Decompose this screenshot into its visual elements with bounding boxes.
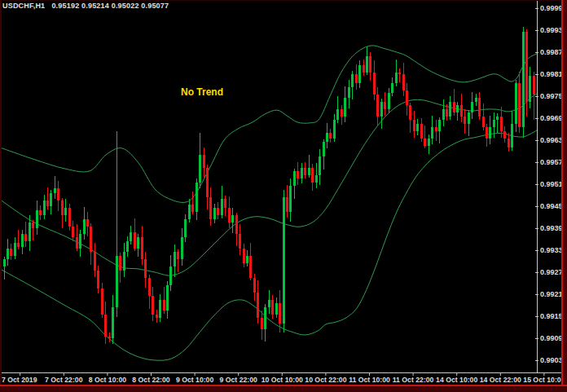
- candle-body: [163, 300, 165, 311]
- time-axis-label: 9 Oct 22:00: [220, 376, 258, 384]
- candle-body: [391, 83, 393, 92]
- candle-body: [304, 168, 306, 175]
- candle-body: [68, 208, 71, 227]
- candle-body: [406, 90, 408, 105]
- candle-body: [311, 168, 314, 183]
- candle-body: [384, 102, 386, 109]
- candle-body: [326, 133, 328, 142]
- candle-body: [358, 65, 361, 84]
- candle-body: [351, 74, 354, 87]
- candle-body: [246, 256, 248, 263]
- candle-body: [456, 105, 459, 112]
- candle-body: [336, 109, 339, 121]
- chart-title: USDCHF,H1 0.95192 0.95214 0.95022 0.9507…: [2, 2, 169, 10]
- candle-body: [525, 32, 528, 102]
- candle-body: [264, 307, 266, 329]
- candle-body: [489, 127, 491, 139]
- candle-body: [283, 197, 285, 324]
- candle-body: [184, 219, 187, 238]
- candle-body: [449, 102, 451, 117]
- window-border-top: [0, 0, 567, 1]
- candle-body: [21, 234, 24, 247]
- candle-body: [478, 98, 481, 117]
- candle-body: [112, 307, 114, 338]
- candle-body: [413, 120, 415, 131]
- candle-body: [438, 120, 441, 131]
- candle-body: [24, 234, 27, 241]
- chart-window: 0.999950.999350.998750.998150.997550.996…: [0, 0, 567, 392]
- candle-body: [275, 303, 278, 315]
- time-axis-label: 7 Oct 22:00: [45, 376, 83, 384]
- candle-body: [174, 252, 176, 266]
- candle-body: [90, 227, 92, 253]
- candle-body: [420, 124, 423, 139]
- candle-body: [279, 303, 281, 324]
- candle-body: [271, 300, 274, 315]
- candle-body: [442, 109, 445, 121]
- candle-body: [134, 232, 136, 249]
- candle-body: [79, 234, 81, 249]
- candle-body: [159, 300, 161, 319]
- candle-body: [431, 127, 433, 139]
- candle-body: [119, 256, 121, 271]
- candle-body: [522, 32, 525, 127]
- candle-body: [446, 109, 448, 117]
- candle-body: [130, 232, 132, 241]
- candle-body: [286, 197, 288, 212]
- candle-body: [57, 188, 59, 201]
- candle-body: [239, 234, 241, 249]
- candle-body: [108, 337, 111, 338]
- time-axis-label: 10 Oct 10:00: [262, 376, 303, 384]
- candle-body: [348, 87, 350, 99]
- candle-body: [453, 102, 455, 113]
- candle-body: [503, 131, 506, 139]
- candle-body: [293, 171, 296, 186]
- candle-body: [209, 197, 212, 219]
- candle-body: [471, 102, 473, 113]
- candle-body: [289, 186, 292, 212]
- candle-body: [221, 199, 223, 215]
- candle-body: [46, 200, 49, 206]
- candle-body: [323, 142, 325, 156]
- candle-body: [137, 237, 139, 249]
- candle-body: [511, 124, 513, 148]
- candle-body: [398, 73, 401, 74]
- candle-body: [529, 76, 531, 102]
- candle-body: [416, 124, 419, 131]
- candle-body: [177, 252, 179, 259]
- candle-body: [196, 183, 198, 212]
- candle-body: [181, 237, 183, 259]
- candle-body: [297, 171, 299, 178]
- candle-body: [228, 208, 231, 222]
- candle-body: [253, 278, 256, 293]
- candle-body: [94, 252, 96, 271]
- candle-body: [355, 74, 358, 83]
- window-border-bottom: [0, 385, 567, 392]
- window-border-left: [0, 0, 2, 392]
- candle-body: [319, 156, 321, 175]
- candle-body: [435, 127, 437, 131]
- candle-body: [500, 117, 503, 131]
- candle-body: [333, 120, 336, 139]
- candle-body: [301, 168, 303, 179]
- candle-body: [97, 271, 99, 289]
- candle-body: [515, 83, 517, 124]
- candle-body: [61, 200, 64, 215]
- candle-body: [496, 117, 499, 121]
- candle-body: [191, 205, 194, 212]
- candle-body: [224, 199, 226, 208]
- candle-body: [235, 215, 238, 234]
- candle-body: [402, 74, 405, 90]
- candle-body: [315, 175, 318, 183]
- candle-body: [486, 127, 488, 139]
- candle-body: [43, 200, 46, 215]
- candle-body: [464, 117, 466, 124]
- candle-body: [409, 105, 411, 120]
- candle-body: [203, 155, 205, 168]
- candlestick-chart[interactable]: 0.999950.999350.998750.998150.997550.996…: [0, 0, 567, 392]
- candle-body: [363, 65, 365, 73]
- candle-body: [373, 73, 376, 95]
- candle-body: [217, 208, 219, 215]
- candle-body: [468, 112, 470, 124]
- candle-body: [144, 259, 147, 278]
